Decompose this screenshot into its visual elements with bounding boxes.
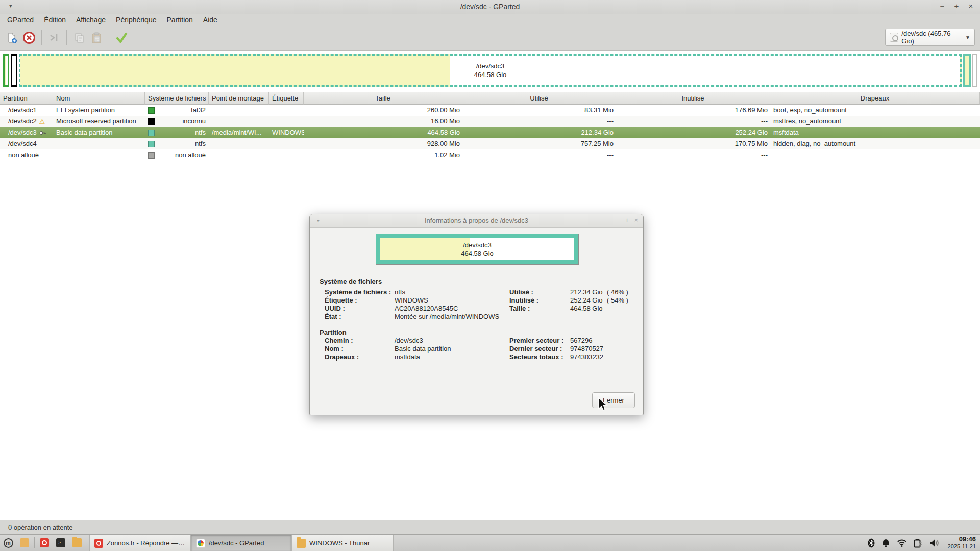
menu-aide[interactable]: Aide (198, 15, 223, 25)
browser-icon (40, 538, 49, 547)
partition-table: Partition Nom Système de fichiers Point … (0, 92, 980, 161)
dialog-title: Informations à propos de /dev/sdc3 (310, 217, 643, 224)
device-selector[interactable]: /dev/sdc (465.76 Gio) ▼ (885, 29, 975, 46)
clock-time: 09:46 (948, 536, 976, 543)
table-row-sdc1[interactable]: /dev/sdc1 EFI system partition fat32 260… (0, 105, 980, 116)
diskbar-sdc2[interactable] (11, 54, 17, 87)
new-partition-icon (6, 32, 18, 44)
header-partition: Partition (0, 92, 53, 105)
clock[interactable]: 09:46 2025-11-21 (947, 536, 976, 550)
partition-left-column: Chemin :/dev/sdc3 Nom :Basic data partit… (325, 337, 451, 361)
battery-charging-icon[interactable] (914, 538, 922, 548)
folder-icon (72, 538, 82, 547)
paste-button[interactable] (88, 29, 105, 46)
fs-color-swatch (148, 141, 155, 147)
task-gparted-window[interactable]: /dev/sdc - GParted (191, 535, 291, 551)
resize-move-icon (48, 32, 60, 44)
minimize-button[interactable]: − (937, 1, 947, 11)
dialog-close-icon[interactable]: × (634, 216, 638, 224)
filesystem-section-title: Système de fichiers (320, 278, 382, 285)
diskbar-sdc1[interactable] (3, 54, 9, 87)
fs-color-swatch (148, 130, 155, 136)
menu-gparted[interactable]: GParted (2, 15, 39, 25)
mouse-cursor (597, 397, 609, 412)
mounted-lock-icon (39, 130, 46, 136)
toolbar-separator (41, 30, 42, 45)
diskbar-selected-label: /dev/sdc3 464.58 Gio (20, 62, 960, 79)
apply-operations-button[interactable] (113, 29, 130, 46)
resize-move-button[interactable] (45, 29, 63, 46)
disk-visual-bar: /dev/sdc3 464.58 Gio (3, 54, 977, 87)
volume-icon[interactable] (929, 539, 940, 547)
table-header-row: Partition Nom Système de fichiers Point … (0, 92, 980, 105)
header-etiquette: Étiquette (269, 92, 304, 105)
warning-icon: ⚠ (39, 118, 45, 125)
fs-color-swatch (148, 107, 155, 114)
pending-operations-text: 0 opération en attente (8, 523, 73, 531)
titlebar: ▾ /dev/sdc - GParted − + × (0, 0, 980, 14)
table-row-sdc3-selected[interactable]: /dev/sdc3 Basic data partition ntfs /med… (0, 127, 980, 138)
menu-affichage[interactable]: Affichage (71, 15, 111, 25)
task-browser-window[interactable]: Zorinos.fr - Répondre — M... (89, 535, 191, 551)
close-button[interactable]: × (966, 1, 976, 11)
header-drapeaux: Drapeaux (770, 92, 980, 105)
partition-section-title: Partition (320, 329, 347, 336)
bluetooth-icon[interactable] (868, 538, 875, 548)
window-title: /dev/sdc - GParted (0, 3, 980, 11)
copy-button[interactable] (70, 29, 88, 46)
mint-menu-button[interactable]: m (0, 535, 16, 551)
menu-peripherique[interactable]: Périphérique (111, 15, 161, 25)
files-icon (20, 538, 29, 547)
status-bar: 0 opération en attente (0, 520, 980, 534)
notifications-bell-icon[interactable] (881, 538, 890, 547)
task-thunar-window[interactable]: WINDOWS - Thunar (291, 535, 394, 551)
copy-icon (73, 32, 85, 44)
menu-partition[interactable]: Partition (161, 15, 198, 25)
toolbar-separator (109, 30, 109, 45)
header-taille: Taille (304, 92, 462, 105)
file-manager-launcher[interactable] (69, 535, 85, 551)
delete-partition-button[interactable] (20, 29, 38, 46)
files-launcher[interactable] (16, 535, 33, 551)
new-partition-button[interactable] (3, 29, 20, 46)
browser-launcher[interactable] (36, 535, 53, 551)
header-utilise: Utilisé (462, 92, 616, 105)
toolbar: /dev/sdc (465.76 Gio) ▼ (0, 26, 980, 50)
fs-color-swatch (148, 152, 155, 159)
device-selector-value: /dev/sdc (465.76 Gio) (901, 30, 962, 45)
menubar: GParted Édition Affichage Périphérique P… (0, 14, 980, 26)
gparted-app-icon (196, 539, 205, 548)
mint-logo-icon: m (4, 538, 13, 548)
terminal-icon: >_ (56, 538, 65, 547)
diskbar-sdc3-selected[interactable]: /dev/sdc3 464.58 Gio (19, 54, 962, 87)
disk-icon (890, 33, 898, 42)
delete-icon (22, 31, 36, 44)
wifi-icon[interactable] (897, 539, 907, 547)
chevron-down-icon: ▼ (965, 35, 970, 40)
header-point-montage: Point de montage (209, 92, 269, 105)
browser-icon (94, 539, 103, 548)
table-row-sdc2[interactable]: /dev/sdc2⚠ Microsoft reserved partition … (0, 116, 980, 127)
table-row-unallocated[interactable]: non alloué non alloué 1.02 Mio --- --- (0, 149, 980, 161)
table-row-sdc4[interactable]: /dev/sdc4 ntfs 928.00 Mio 757.25 Mio 170… (0, 138, 980, 149)
terminal-launcher[interactable]: >_ (53, 535, 69, 551)
fs-color-swatch (148, 118, 155, 125)
maximize-button[interactable]: + (951, 1, 962, 11)
header-nom: Nom (53, 92, 145, 105)
folder-icon (297, 539, 306, 548)
apply-check-icon (115, 31, 128, 44)
header-inutilise: Inutilisé (616, 92, 770, 105)
taskbar: m >_ Zorinos.fr - Répondre — M... /dev/s… (0, 534, 980, 551)
header-systeme-fichiers: Système de fichiers (145, 92, 209, 105)
partition-right-column: Premier secteur :567296 Dernier secteur … (509, 337, 603, 361)
dialog-maximize-button[interactable]: + (625, 216, 629, 224)
menu-edition[interactable]: Édition (39, 15, 71, 25)
diskbar-unallocated[interactable] (972, 54, 977, 87)
partition-info-dialog: ▾ Informations à propos de /dev/sdc3 + ×… (309, 214, 644, 415)
paste-icon (90, 32, 103, 44)
diskbar-sdc4[interactable] (963, 54, 971, 87)
toolbar-separator (66, 30, 67, 45)
taskbar-separator (34, 537, 35, 548)
filesystem-right-column: Utilisé :212.34 Gio( 46% ) Inutilisé :25… (509, 288, 628, 313)
filesystem-left-column: Système de fichiers :ntfs Étiquette :WIN… (325, 288, 499, 321)
